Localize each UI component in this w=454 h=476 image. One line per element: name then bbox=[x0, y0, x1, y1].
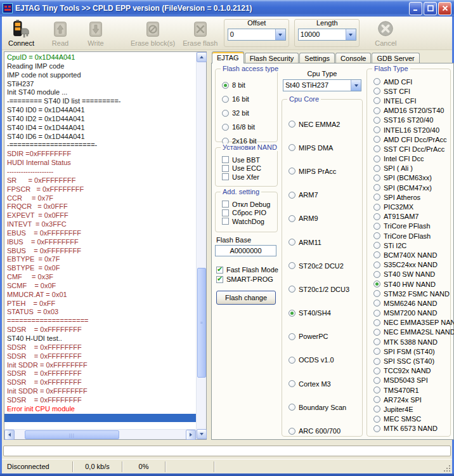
log-line[interactable]: Reading IMP code bbox=[7, 62, 196, 71]
read-button[interactable]: Read bbox=[47, 18, 74, 48]
cpu-type-combobox[interactable]: St40 STiH237 bbox=[283, 79, 361, 91]
radio-flash-type[interactable]: AR724x SPI bbox=[367, 395, 450, 404]
scroll-right-button[interactable] bbox=[186, 430, 196, 440]
log-line[interactable]: SR = 0xFFFFFFFF bbox=[7, 176, 196, 185]
radio-flash-type[interactable]: BCM740X NAND bbox=[367, 250, 450, 260]
log-line[interactable] bbox=[4, 414, 196, 423]
log-line[interactable]: CpuID = 0x1D44A041 bbox=[7, 53, 196, 62]
radio-flash-type[interactable]: SPI (BCM47xx) bbox=[367, 183, 450, 192]
vertical-scroll-thumb[interactable]: ≡ bbox=[197, 268, 206, 378]
radio-flash-type[interactable]: SST CFI bbox=[367, 86, 450, 96]
checkbox-add-setting[interactable]: Сброс PIO bbox=[216, 209, 277, 218]
radio-flash-access[interactable]: 16/8 bit bbox=[216, 120, 277, 134]
radio-flash-type[interactable]: MSD5043 SPI bbox=[367, 376, 450, 385]
log-line[interactable]: FRQCR = 0x0FFF bbox=[7, 202, 196, 211]
radio-flash-type[interactable]: TriCore PFlash bbox=[367, 221, 450, 231]
cpu-type-value[interactable]: St40 STiH237 bbox=[283, 80, 351, 91]
radio-flash-type[interactable]: SST CFI Dcc/PrAcc bbox=[367, 144, 450, 154]
radio-flash-type[interactable]: INTEL16 ST20/40 bbox=[367, 125, 450, 135]
radio-flash-type[interactable]: Intel CFI Dcc bbox=[367, 154, 450, 164]
radio-cpu-core[interactable]: ST40/SH4 bbox=[282, 301, 362, 325]
radio-flash-type[interactable]: Jupiter4E bbox=[367, 404, 450, 414]
checkbox-add-setting[interactable]: Откл Debug bbox=[216, 200, 277, 209]
radio-cpu-core[interactable]: ARM9 bbox=[282, 207, 362, 230]
tab[interactable]: Console bbox=[335, 53, 371, 63]
radio-flash-type[interactable]: NEC EMMA3SEP NAND bbox=[367, 318, 450, 327]
radio-flash-type[interactable]: SPI FSM (ST40) bbox=[367, 347, 450, 356]
tab[interactable]: GDB Server bbox=[372, 53, 419, 63]
log-line[interactable]: SDSR = 0xFFFFFFFF bbox=[7, 326, 196, 334]
log-line[interactable]: HUDI Internal Status bbox=[7, 159, 196, 168]
log-line[interactable]: SBUS = 0xFFFFFFFF bbox=[7, 247, 196, 256]
log-line[interactable]: IMP code not supported bbox=[7, 71, 196, 80]
log-line[interactable]: ST40 ID2 = 0x1D44A041 bbox=[7, 115, 196, 124]
tab[interactable]: EJTAG bbox=[212, 51, 244, 63]
log-horizontal-scrollbar[interactable]: ||| bbox=[4, 429, 196, 439]
radio-flash-type[interactable]: MTK 5388 NAND bbox=[367, 337, 450, 347]
radio-flash-type[interactable]: SPI SSC (ST40) bbox=[367, 356, 450, 366]
log-line[interactable]: ST40 H-UDI test.. bbox=[7, 334, 196, 343]
radio-flash-type[interactable]: MSM6246 NAND bbox=[367, 298, 450, 308]
log-line[interactable]: INTEVT = 0x3FFC bbox=[7, 220, 196, 229]
erase-flash-button[interactable]: Erase flash bbox=[179, 18, 221, 48]
log-line[interactable]: SCMF = 0x0F bbox=[7, 282, 196, 291]
horizontal-scroll-thumb[interactable]: ||| bbox=[25, 430, 119, 439]
log-line[interactable]: CMF = 0x3F bbox=[7, 273, 196, 282]
log-line[interactable]: IBUS = 0xFFFFFFFF bbox=[7, 238, 196, 247]
radio-cpu-core[interactable]: ARC 600/700 bbox=[282, 419, 362, 442]
log-line[interactable]: STiH237 bbox=[7, 80, 196, 89]
flash-change-button[interactable]: Flash change bbox=[216, 291, 276, 305]
radio-cpu-core[interactable]: ARM11 bbox=[282, 230, 362, 254]
radio-cpu-core[interactable]: MIPS PrAcc bbox=[282, 159, 362, 183]
log-line[interactable]: -------------------- bbox=[7, 168, 196, 176]
log-line[interactable]: ST40 ID4 = 0x1D44A041 bbox=[7, 124, 196, 133]
cpu-type-dropdown-button[interactable] bbox=[351, 80, 361, 91]
erase-blocks-button[interactable]: Erase block(s) bbox=[127, 18, 179, 48]
radio-cpu-core[interactable]: ST20c2 DCU2 bbox=[282, 254, 362, 277]
radio-flash-type[interactable]: TMS470R1 bbox=[367, 385, 450, 395]
checkbox-nand[interactable]: Use ECC bbox=[216, 164, 277, 173]
radio-flash-type[interactable]: STi I2C bbox=[367, 241, 450, 250]
radio-cpu-core[interactable]: Boundary Scan bbox=[282, 395, 362, 419]
log-line[interactable]: Init ST40 module ... bbox=[7, 88, 196, 97]
radio-cpu-core[interactable]: ARM7 bbox=[282, 183, 362, 207]
radio-flash-type[interactable]: STM32 FSMC NAND bbox=[367, 289, 450, 298]
radio-flash-type[interactable]: SST16 ST20/40 bbox=[367, 116, 450, 125]
radio-flash-type[interactable]: MEC SMSC bbox=[367, 414, 450, 424]
radio-flash-type[interactable]: INTEL CFI bbox=[367, 96, 450, 105]
minimize-button[interactable] bbox=[409, 2, 422, 15]
close-button[interactable] bbox=[438, 2, 451, 15]
radio-flash-type[interactable]: MTK 6573 NAND bbox=[367, 424, 450, 433]
log-line[interactable]: EXPEVT = 0x0FFF bbox=[7, 211, 196, 220]
radio-cpu-core[interactable]: NEC EMMA2 bbox=[282, 112, 362, 136]
radio-flash-type[interactable]: NEC EMMA2SL NAND bbox=[367, 327, 450, 337]
radio-flash-type[interactable]: AMD CFI bbox=[367, 77, 450, 86]
log-line[interactable]: SDSR = 0xFFFFFFFF bbox=[7, 396, 196, 405]
log-line[interactable]: -======== ST40 ID list =========- bbox=[7, 97, 196, 106]
length-combobox[interactable]: 10000 bbox=[298, 29, 356, 41]
log-line[interactable]: ST40 ID0 = 0x1D44A041 bbox=[7, 106, 196, 115]
log-line[interactable]: EBUS = 0xFFFFFFFF bbox=[7, 229, 196, 238]
horizontal-scroll-track[interactable]: ||| bbox=[15, 430, 186, 439]
offset-value[interactable]: 0 bbox=[228, 29, 275, 40]
radio-cpu-core[interactable]: Cortex M3 bbox=[282, 372, 362, 395]
radio-cpu-core[interactable]: OCDS v1.0 bbox=[282, 348, 362, 372]
radio-flash-type[interactable]: AMD16 ST20/ST40 bbox=[367, 106, 450, 116]
checkbox-nand[interactable]: Use BBT bbox=[216, 155, 277, 164]
flash-base-input[interactable] bbox=[215, 245, 276, 256]
log-line[interactable]: CCR = 0x7F bbox=[7, 194, 196, 203]
radio-flash-type[interactable]: AT91SAM7 bbox=[367, 212, 450, 221]
radio-flash-type[interactable]: ST40 SW NAND bbox=[367, 270, 450, 279]
log-line[interactable]: SDSR = 0xFFFFFFFF bbox=[7, 378, 196, 387]
fast-flash-mode-checkbox[interactable]: Fast Flash Mode bbox=[212, 265, 278, 274]
log-line[interactable]: STATUS = 0x03 bbox=[7, 308, 196, 317]
connect-button[interactable]: Connect bbox=[4, 18, 38, 48]
log-line[interactable]: Error init CPU module bbox=[7, 405, 196, 414]
radio-cpu-core[interactable]: ST20c1/2 DCU3 bbox=[282, 277, 362, 301]
offset-dropdown-button[interactable] bbox=[275, 29, 285, 40]
scroll-down-button[interactable] bbox=[197, 429, 207, 439]
radio-flash-type[interactable]: TriCore DFlash bbox=[367, 231, 450, 241]
vertical-scroll-track[interactable]: ≡ bbox=[197, 62, 206, 429]
log-list[interactable]: CpuID = 0x1D44A041Reading IMP codeIMP co… bbox=[4, 52, 196, 429]
log-line[interactable]: ==================== bbox=[7, 317, 196, 326]
